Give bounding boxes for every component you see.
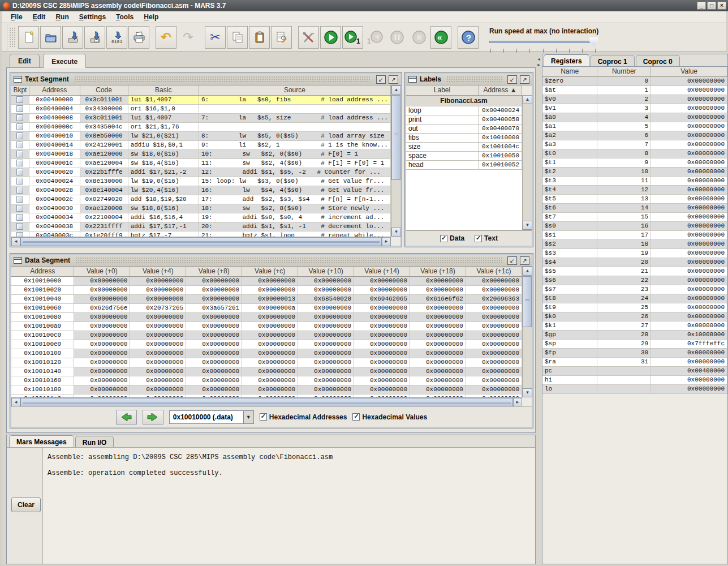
menu-tools[interactable]: Tools — [111, 12, 138, 22]
frame-restore-icon[interactable]: ↙ — [507, 256, 517, 265]
table-cell[interactable]: 0x00000000 — [466, 276, 522, 285]
table-cell[interactable]: 0x00000000 — [186, 349, 242, 358]
breakpoint-checkbox[interactable] — [16, 96, 23, 103]
breakpoint-checkbox[interactable] — [16, 142, 23, 148]
table-cell[interactable]: 0x00000000 — [298, 285, 354, 294]
table-cell[interactable]: 0x00000000 — [186, 358, 242, 367]
text-segment-titlebar[interactable]: Text Segment ↙ ↗ — [11, 74, 400, 85]
table-cell[interactable] — [597, 375, 651, 384]
table-cell[interactable]: 0x00000000 — [651, 149, 727, 158]
table-cell[interactable]: 0x00000000 — [410, 367, 466, 376]
table-cell[interactable]: 21 — [597, 267, 651, 276]
hex-values-checkbox[interactable]: Hexadecimal Values — [352, 413, 427, 421]
column-header[interactable]: Bkpt — [11, 85, 29, 95]
table-cell[interactable]: $sp — [542, 339, 597, 348]
table-cell[interactable]: 0x00000000 — [130, 312, 186, 321]
table-cell[interactable]: 0x10008000 — [651, 330, 727, 339]
column-header[interactable]: Value (+0) — [74, 267, 130, 276]
table-cell[interactable]: 0x20737265 — [130, 303, 186, 312]
table-cell[interactable]: 0x00000000 — [74, 321, 130, 331]
table-cell[interactable]: 25 — [597, 303, 651, 312]
tab-run-io[interactable]: Run I/O — [75, 436, 114, 447]
table-cell[interactable] — [597, 384, 651, 393]
table-cell[interactable]: 0x00000000 — [74, 376, 130, 385]
table-cell[interactable]: 0x00000000 — [354, 321, 410, 331]
table-cell[interactable]: 0x00000000 — [242, 349, 298, 358]
table-cell[interactable]: 0x00000000 — [466, 331, 522, 340]
collapse-left-icon[interactable]: ◄ — [537, 57, 541, 61]
hex-addresses-checkbox[interactable]: Hexadecimal Addresses — [260, 413, 347, 421]
scroll-left-icon[interactable]: ◄ — [11, 237, 20, 246]
scroll-right-icon[interactable]: ► — [513, 398, 522, 407]
table-cell[interactable]: 22 — [597, 276, 651, 285]
table-cell[interactable]: 14 — [597, 203, 651, 212]
find-replace-button[interactable] — [271, 26, 292, 49]
table-cell[interactable]: 0x00000000 — [651, 321, 727, 330]
table-cell[interactable]: 0x00000000 — [298, 331, 354, 340]
table-cell[interactable]: 0x00000000 — [651, 131, 727, 140]
minimize-button[interactable]: _ — [697, 2, 706, 10]
table-cell[interactable]: 0x00000000 — [74, 294, 130, 303]
table-cell[interactable]: 0x00000000 — [651, 258, 727, 267]
frame-maximize-icon[interactable]: ↗ — [520, 75, 529, 84]
scroll-thumb[interactable] — [391, 95, 400, 180]
toolbar-edge-handle[interactable] — [2, 24, 7, 51]
table-cell[interactable]: $ra — [542, 357, 597, 366]
menu-help[interactable]: Help — [139, 12, 163, 22]
table-cell[interactable]: $k1 — [542, 321, 597, 330]
table-cell[interactable]: 0x00000000 — [130, 331, 186, 340]
table-cell[interactable]: 0x10010052 — [479, 160, 522, 169]
table-cell[interactable]: 0x10010180 — [11, 385, 74, 394]
table-cell[interactable]: 27 — [597, 321, 651, 330]
table-cell[interactable]: 17 — [597, 230, 651, 239]
table-cell[interactable]: 4 — [597, 113, 651, 122]
table-cell[interactable]: $t3 — [542, 176, 597, 185]
column-header[interactable]: Address ▲ — [479, 85, 522, 95]
column-header[interactable]: Address — [11, 267, 74, 276]
table-cell[interactable]: 0x00000000 — [410, 358, 466, 367]
table-cell[interactable]: $t8 — [542, 294, 597, 303]
table-cell[interactable]: 0x00000000 — [651, 113, 727, 122]
table-cell[interactable]: 0x00000000 — [651, 76, 727, 85]
table-cell[interactable]: $s1 — [542, 230, 597, 239]
table-cell[interactable]: $t2 — [542, 167, 597, 176]
table-cell[interactable]: 0x00000000 — [466, 285, 522, 294]
next-memory-button[interactable] — [143, 410, 163, 424]
breakpoint-checkbox[interactable] — [16, 232, 23, 237]
table-cell[interactable]: out — [406, 124, 479, 133]
table-cell[interactable]: $zero — [542, 76, 597, 85]
table-cell[interactable]: $t0 — [542, 149, 597, 158]
memory-base-combobox[interactable]: 0x10010000 (.data) ▼ — [169, 410, 254, 424]
table-cell[interactable]: 13 — [597, 194, 651, 203]
table-cell[interactable]: 0x68540020 — [298, 294, 354, 303]
table-cell[interactable]: 0x00000000 — [466, 376, 522, 385]
table-cell[interactable]: $s2 — [542, 239, 597, 248]
table-cell[interactable]: 0x7fffeffc — [651, 339, 727, 348]
column-header[interactable]: Value (+c) — [242, 267, 298, 276]
table-cell[interactable]: 0x00000000 — [466, 367, 522, 376]
table-cell[interactable]: 0x00000000 — [242, 376, 298, 385]
table-cell[interactable]: 0x10010000 — [479, 133, 522, 142]
table-cell[interactable]: $a2 — [542, 131, 597, 140]
table-cell[interactable]: 29 — [597, 339, 651, 348]
table-cell[interactable]: 0x00000000 — [186, 276, 242, 285]
table-cell[interactable]: 0x00000000 — [466, 349, 522, 358]
table-cell[interactable]: 0x10010040 — [11, 294, 74, 303]
table-cell[interactable]: 0x100100e0 — [11, 340, 74, 349]
table-cell[interactable]: 0x00000000 — [130, 340, 186, 349]
table-cell[interactable]: 0x00000000 — [466, 303, 522, 312]
table-cell[interactable]: 0x10010120 — [11, 358, 74, 367]
toolbar-drag-handle[interactable] — [9, 27, 16, 48]
table-cell[interactable]: 0x00000000 — [651, 122, 727, 131]
scroll-thumb[interactable] — [20, 237, 382, 246]
table-cell[interactable]: 0x00000000 — [651, 185, 727, 194]
data-labels-checkbox[interactable]: Data — [440, 234, 464, 242]
scroll-down-icon[interactable]: ▼ — [391, 228, 401, 237]
table-cell[interactable] — [597, 366, 651, 375]
table-cell[interactable]: $t7 — [542, 212, 597, 221]
checkbox-checked-icon[interactable] — [260, 413, 267, 421]
table-cell[interactable]: 0x00000000 — [354, 285, 410, 294]
table-cell[interactable]: $a0 — [542, 113, 597, 122]
column-header[interactable]: Label — [406, 85, 479, 95]
tab-coproc1[interactable]: Coproc 1 — [591, 55, 635, 66]
